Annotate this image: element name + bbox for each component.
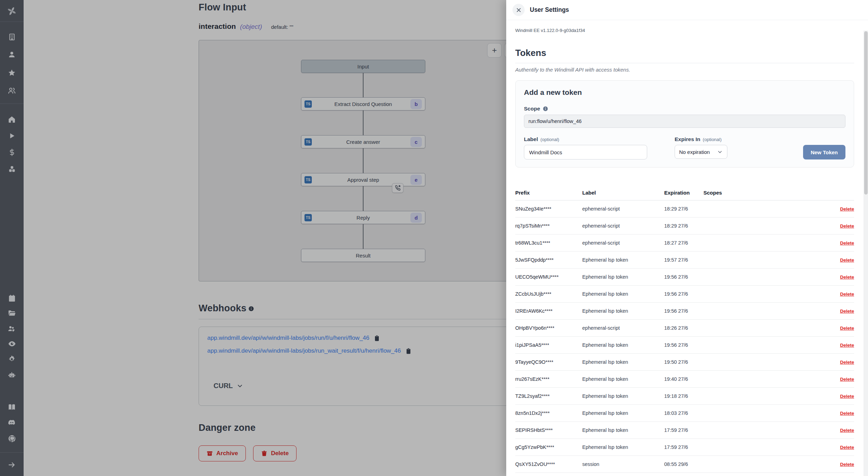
token-prefix: TZ9L2syaf2****: [515, 393, 582, 399]
token-row: SNuZeg34Ie**** ephemeral-script 18:29 27…: [515, 200, 854, 218]
token-label: ephemeral-script: [582, 240, 664, 246]
column-prefix: Prefix: [515, 190, 582, 196]
token-prefix: gCg5YzwPbK****: [515, 444, 582, 450]
delete-token-link[interactable]: Delete: [840, 257, 854, 263]
scope-input[interactable]: [524, 115, 845, 128]
tokens-table-header: Prefix Label Expiration Scopes: [515, 185, 854, 200]
scope-label-row: Scope: [524, 106, 845, 112]
token-label: ephemeral-script: [582, 206, 664, 212]
token-expiration: 17:59 27/6: [664, 427, 703, 433]
token-expiration: 18:03 27/6: [664, 410, 703, 416]
token-label: Ephemeral lsp token: [582, 393, 664, 399]
column-label: Label: [582, 190, 664, 196]
token-label: Ephemeral lsp token: [582, 376, 664, 382]
token-label: ephemeral-script: [582, 223, 664, 229]
token-label: Ephemeral lsp token: [582, 308, 664, 314]
token-label: Ephemeral lsp token: [582, 410, 664, 416]
token-row: rru267sEzK**** Ephemeral lsp token 19:40…: [515, 371, 854, 388]
token-label: Ephemeral lsp token: [582, 342, 664, 348]
token-row: 8zn5n1Dx2j**** Ephemeral lsp token 18:03…: [515, 405, 854, 422]
info-icon: [543, 106, 548, 112]
delete-token-link[interactable]: Delete: [840, 462, 854, 467]
delete-token-link[interactable]: Delete: [840, 411, 854, 416]
drawer-backdrop[interactable]: [0, 0, 506, 476]
delete-token-link[interactable]: Delete: [840, 274, 854, 280]
scope-field: Scope: [524, 106, 845, 128]
chevron-down-icon: [717, 149, 723, 155]
add-token-card: Add a new token Scope Label (option: [515, 80, 854, 167]
token-expiration: 19:57 27/6: [664, 257, 703, 263]
token-label: Ephemeral lsp token: [582, 359, 664, 365]
token-row: 5JwSFQpddp**** Ephemeral lsp token 19:57…: [515, 252, 854, 269]
delete-token-link[interactable]: Delete: [840, 223, 854, 229]
token-expiration: 18:27 27/6: [664, 240, 703, 246]
token-prefix: 8zn5n1Dx2j****: [515, 410, 582, 416]
add-token-title: Add a new token: [524, 88, 845, 97]
expires-select[interactable]: No expiration: [675, 145, 727, 159]
token-row: QsXY51ZvOU**** session 08:55 29/6 Delete: [515, 456, 854, 473]
token-row: ZCcbUsJUjb**** Ephemeral lsp token 19:56…: [515, 286, 854, 303]
drawer-scrollbar[interactable]: [863, 31, 868, 476]
token-label: Ephemeral lsp token: [582, 274, 664, 280]
delete-token-link[interactable]: Delete: [840, 292, 854, 297]
token-label: session: [582, 461, 664, 467]
token-label-input[interactable]: [524, 145, 647, 159]
token-expiration: 19:18 27/6: [664, 393, 703, 399]
windmill-version: Windmill EE v1.122.0-9-g03da1f34: [515, 28, 854, 33]
delete-token-link[interactable]: Delete: [840, 377, 854, 382]
scope-label: Scope: [524, 106, 540, 112]
token-expiration: 18:29 27/6: [664, 206, 703, 212]
token-expiration: 19:50 27/6: [664, 359, 703, 365]
delete-token-link[interactable]: Delete: [840, 326, 854, 331]
delete-token-link[interactable]: Delete: [840, 360, 854, 365]
token-prefix: i1piJPSaA5****: [515, 342, 582, 348]
token-row: I2RErAW6Kc**** Ephemeral lsp token 19:56…: [515, 303, 854, 320]
label-label: Label: [524, 136, 538, 142]
token-label: Ephemeral lsp token: [582, 291, 664, 297]
column-scopes: Scopes: [703, 190, 833, 196]
expires-label-row: Expires In (optional): [675, 136, 727, 142]
token-form-row: Label (optional) Expires In (optional) N…: [524, 136, 845, 159]
token-label: Ephemeral lsp token: [582, 444, 664, 450]
tokens-table: Prefix Label Expiration Scopes SNuZeg34I…: [515, 185, 854, 473]
token-expiration: 08:55 29/6: [664, 461, 703, 467]
token-expiration: 19:56 27/6: [664, 274, 703, 280]
token-expiration: 19:56 27/6: [664, 308, 703, 314]
expires-selected-value: No expiration: [679, 149, 710, 155]
token-row: i1piJPSaA5**** Ephemeral lsp token 19:56…: [515, 337, 854, 354]
token-prefix: OHpBVYpo6n****: [515, 325, 582, 331]
token-prefix: ZCcbUsJUjb****: [515, 291, 582, 297]
optional-hint: (optional): [703, 137, 721, 142]
drawer-scrollbar-thumb[interactable]: [864, 31, 868, 195]
delete-token-link[interactable]: Delete: [840, 394, 854, 399]
token-label: Ephemeral lsp token: [582, 427, 664, 433]
delete-token-link[interactable]: Delete: [840, 240, 854, 246]
token-prefix: SNuZeg34Ie****: [515, 206, 582, 212]
label-field: Label (optional): [524, 136, 647, 159]
token-row: gCg5YzwPbK**** Ephemeral lsp token 17:59…: [515, 439, 854, 456]
user-settings-drawer: User Settings Windmill EE v1.122.0-9-g03…: [506, 0, 868, 476]
delete-token-link[interactable]: Delete: [840, 206, 854, 212]
new-token-button[interactable]: New Token: [803, 145, 845, 159]
close-drawer-button[interactable]: [512, 4, 525, 16]
drawer-body: Windmill EE v1.122.0-9-g03da1f34 Tokens …: [506, 28, 868, 473]
token-label: ephemeral-script: [582, 325, 664, 331]
tokens-section-title: Tokens: [515, 48, 854, 63]
delete-token-link[interactable]: Delete: [840, 343, 854, 348]
close-icon: [516, 7, 521, 13]
token-row: SEPIRSHbtS**** Ephemeral lsp token 17:59…: [515, 422, 854, 439]
token-row: UECO5qeWMU**** Ephemeral lsp token 19:56…: [515, 269, 854, 286]
delete-token-link[interactable]: Delete: [840, 309, 854, 314]
token-expiration: 19:56 27/6: [664, 342, 703, 348]
expires-label: Expires In: [675, 136, 700, 142]
token-prefix: SEPIRSHbtS****: [515, 427, 582, 433]
label-label-row: Label (optional): [524, 136, 647, 142]
delete-token-link[interactable]: Delete: [840, 445, 854, 450]
token-expiration: 19:56 27/6: [664, 291, 703, 297]
delete-token-link[interactable]: Delete: [840, 428, 854, 433]
token-row: 9TayyeQC9O**** Ephemeral lsp token 19:50…: [515, 354, 854, 371]
token-label: Ephemeral lsp token: [582, 257, 664, 263]
token-expiration: 19:40 27/6: [664, 376, 703, 382]
token-row: rq7pSTsiMn**** ephemeral-script 18:29 27…: [515, 218, 854, 235]
drawer-title: User Settings: [530, 6, 569, 14]
